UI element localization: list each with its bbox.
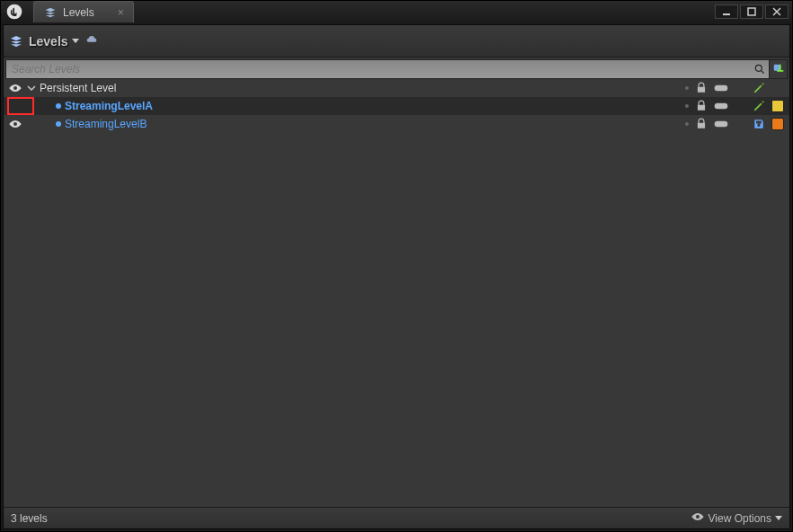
- levels-dropdown-label: Levels: [29, 34, 68, 49]
- row-actions: [685, 81, 786, 95]
- panel-content: Levels Persi: [3, 24, 790, 529]
- levels-dropdown[interactable]: Levels: [29, 34, 79, 49]
- level-row-streaming-b[interactable]: StreamingLevelB: [4, 115, 789, 133]
- search-bar: [5, 59, 788, 79]
- lock-icon[interactable]: [694, 99, 708, 113]
- edit-pencil-icon[interactable]: [752, 99, 766, 113]
- lock-icon[interactable]: [694, 81, 708, 95]
- levels-tree: Persistent Level StreamingLevelA: [4, 79, 789, 507]
- eye-icon: [691, 511, 705, 525]
- maximize-button[interactable]: [740, 4, 763, 19]
- level-count-label: 3 levels: [11, 512, 48, 525]
- tab-title: Levels: [63, 6, 94, 19]
- chevron-down-icon: [72, 39, 79, 43]
- chevron-down-icon: [775, 516, 782, 520]
- status-bar: 3 levels View Options: [4, 507, 789, 528]
- tab-levels[interactable]: Levels ×: [33, 1, 134, 22]
- search-icon[interactable]: [751, 63, 769, 75]
- svg-rect-3: [773, 65, 780, 71]
- save-disk-icon[interactable]: [752, 117, 766, 131]
- expand-toggle[interactable]: [25, 84, 38, 93]
- add-filter-button[interactable]: [769, 60, 787, 78]
- gamepad-icon[interactable]: [714, 117, 728, 131]
- svg-point-2: [755, 65, 762, 71]
- titlebar: Levels ×: [1, 1, 792, 22]
- tab-close-icon[interactable]: ×: [118, 6, 124, 19]
- view-options-dropdown[interactable]: View Options: [691, 511, 782, 525]
- gamepad-icon[interactable]: [714, 81, 728, 95]
- svg-rect-4: [715, 85, 728, 92]
- svg-rect-6: [715, 121, 728, 128]
- window-controls: [713, 4, 792, 19]
- tab-levels-icon: [43, 5, 58, 20]
- svg-rect-1: [748, 8, 755, 15]
- visibility-toggle[interactable]: [7, 119, 23, 129]
- view-options-label: View Options: [708, 512, 771, 525]
- unreal-logo-icon: [1, 1, 28, 22]
- levels-toolbar-icon: [9, 34, 23, 49]
- level-color-chip[interactable]: [771, 100, 784, 112]
- visibility-toggle[interactable]: [7, 83, 23, 93]
- streaming-bullet-icon: [56, 103, 61, 109]
- levels-window: Levels × Levels: [0, 0, 793, 532]
- level-row-streaming-a[interactable]: StreamingLevelA: [4, 97, 789, 115]
- status-dot-icon: [685, 104, 689, 108]
- minimize-button[interactable]: [715, 4, 738, 19]
- svg-rect-5: [715, 103, 728, 110]
- row-actions: [685, 117, 786, 131]
- lock-icon[interactable]: [694, 117, 708, 131]
- toolbar: Levels: [4, 25, 789, 58]
- svg-rect-0: [723, 13, 730, 15]
- level-color-chip[interactable]: [771, 118, 784, 130]
- row-actions: [685, 99, 786, 113]
- level-name: StreamingLevelB: [65, 118, 147, 130]
- streaming-bullet-icon: [56, 121, 61, 127]
- search-input[interactable]: [6, 63, 751, 75]
- status-dot-icon: [685, 122, 689, 126]
- close-button[interactable]: [765, 4, 789, 19]
- summon-tool-icon[interactable]: [85, 34, 99, 49]
- gamepad-icon[interactable]: [714, 99, 728, 113]
- edit-pencil-icon[interactable]: [752, 81, 766, 95]
- level-row-persistent[interactable]: Persistent Level: [4, 79, 789, 97]
- status-dot-icon: [685, 86, 689, 90]
- level-name: StreamingLevelA: [65, 100, 153, 112]
- level-name: Persistent Level: [40, 82, 116, 94]
